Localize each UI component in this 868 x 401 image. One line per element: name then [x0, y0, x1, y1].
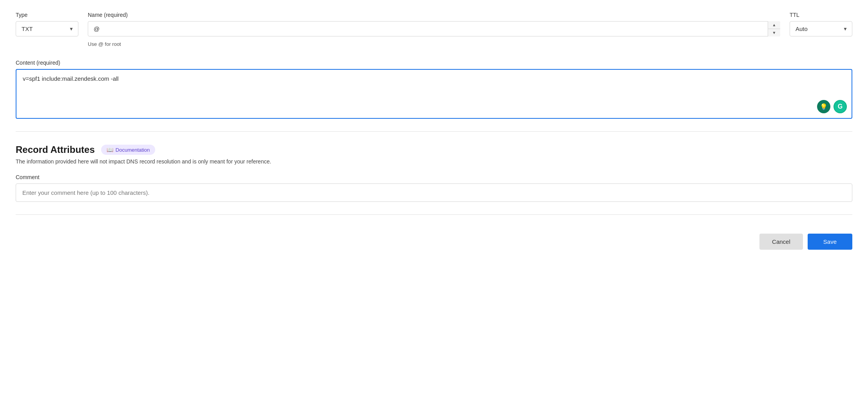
- documentation-label: Documentation: [116, 147, 150, 153]
- footer-divider: [16, 214, 852, 215]
- name-hint: Use @ for root: [88, 41, 780, 47]
- save-button[interactable]: Save: [808, 234, 852, 250]
- content-section: Content (required) v=spf1 include:mail.z…: [16, 60, 852, 119]
- textarea-icons: 💡 G: [817, 100, 847, 113]
- section-header: Record Attributes 📖 Documentation: [16, 144, 852, 155]
- name-field-group: Name (required) ▲ ▼ Use @ for root: [88, 12, 780, 47]
- dns-record-form: Type TXT A AAAA CNAME MX NS SRV CAA ▼ Na…: [16, 12, 852, 250]
- content-label: Content (required): [16, 60, 852, 66]
- top-row: Type TXT A AAAA CNAME MX NS SRV CAA ▼ Na…: [16, 12, 852, 47]
- type-select-wrapper: TXT A AAAA CNAME MX NS SRV CAA ▼: [16, 21, 78, 36]
- ttl-select-wrapper: Auto 1 min 2 min 5 min 10 min 15 min 30 …: [790, 21, 852, 36]
- ttl-select[interactable]: Auto 1 min 2 min 5 min 10 min 15 min 30 …: [790, 21, 852, 36]
- name-spin-up[interactable]: ▲: [768, 21, 780, 29]
- name-spin-buttons: ▲ ▼: [768, 21, 780, 36]
- ttl-field-group: TTL Auto 1 min 2 min 5 min 10 min 15 min…: [790, 12, 852, 36]
- type-label: Type: [16, 12, 78, 18]
- comment-input[interactable]: [16, 183, 852, 202]
- type-field-group: Type TXT A AAAA CNAME MX NS SRV CAA ▼: [16, 12, 78, 36]
- grammarly-icon[interactable]: G: [834, 100, 847, 113]
- documentation-icon: 📖: [107, 147, 113, 153]
- comment-label: Comment: [16, 174, 852, 180]
- content-textarea-wrapper: v=spf1 include:mail.zendesk.com -all 💡 G: [16, 69, 852, 119]
- record-attributes-section: Record Attributes 📖 Documentation The in…: [16, 144, 852, 202]
- documentation-badge[interactable]: 📖 Documentation: [101, 145, 155, 155]
- section-title: Record Attributes: [16, 144, 95, 155]
- name-input[interactable]: [88, 21, 780, 36]
- name-spin-down[interactable]: ▼: [768, 29, 780, 36]
- section-description: The information provided here will not i…: [16, 158, 852, 165]
- type-select[interactable]: TXT A AAAA CNAME MX NS SRV CAA: [16, 21, 78, 36]
- content-textarea[interactable]: v=spf1 include:mail.zendesk.com -all: [16, 70, 852, 117]
- ttl-label: TTL: [790, 12, 852, 18]
- cancel-button[interactable]: Cancel: [759, 234, 803, 250]
- name-input-wrapper: ▲ ▼: [88, 21, 780, 36]
- section-divider: [16, 131, 852, 132]
- footer-buttons: Cancel Save: [16, 234, 852, 250]
- name-label: Name (required): [88, 12, 780, 18]
- ai-suggestion-icon[interactable]: 💡: [817, 100, 830, 113]
